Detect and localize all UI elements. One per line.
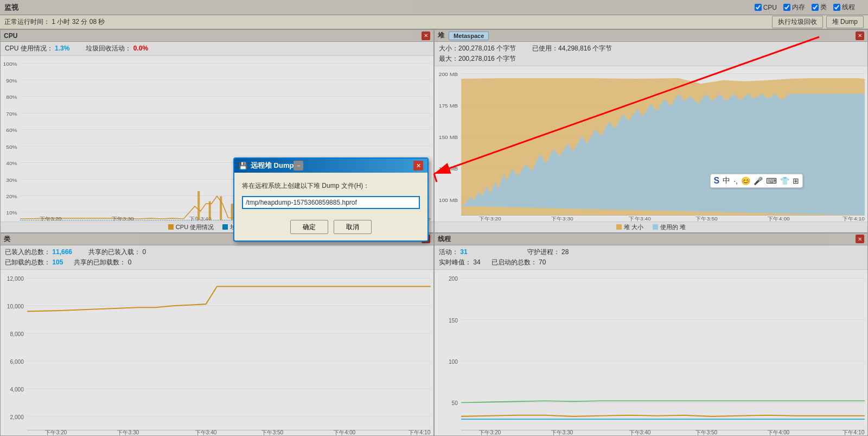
heap-panel-header: 堆 Metaspace ✕	[435, 30, 867, 42]
svg-text:90%: 90%	[6, 78, 17, 83]
checkbox-threads[interactable]	[833, 4, 840, 11]
svg-text:下午3:40: 下午3:40	[189, 216, 212, 221]
checkbox-memory-label[interactable]: 内存	[783, 3, 805, 12]
svg-text:8,000: 8,000	[10, 331, 24, 337]
uptime-value: 1 小时 32 分 08 秒	[52, 18, 105, 26]
action-buttons: 执行垃圾回收 堆 Dump	[772, 16, 864, 28]
cpu-usage-value: 1.3%	[55, 45, 69, 52]
svg-text:12,000: 12,000	[7, 276, 24, 282]
checkbox-memory[interactable]	[783, 4, 790, 11]
legend-heap-dot	[616, 224, 622, 230]
svg-text:125 MB: 125 MB	[439, 166, 458, 172]
svg-text:100 MB: 100 MB	[439, 198, 458, 203]
threads-panel-close[interactable]: ✕	[856, 235, 864, 243]
checkbox-threads-label[interactable]: 线程	[833, 3, 855, 12]
svg-text:下午3:20: 下午3:20	[45, 429, 67, 435]
svg-text:下午3:40: 下午3:40	[195, 429, 217, 435]
heap-dump-dialog: 💾 远程堆 Dump − ✕ 将在远程系统上创建以下堆 Dump 文件(H)： …	[233, 157, 429, 242]
dialog-minimize-button[interactable]: −	[293, 161, 303, 170]
svg-text:10%: 10%	[6, 210, 17, 216]
heap-panel-info: 大小：200,278,016 个字节 已使用：44,298,816 个字节 最大…	[435, 42, 867, 66]
monitor-checkboxes: CPU 内存 类 线程	[755, 3, 855, 12]
svg-text:200 MB: 200 MB	[439, 72, 458, 77]
classes-chart-area: 12,000 10,000 8,000 6,000 4,000 2,000 下午…	[1, 270, 433, 436]
svg-text:150: 150	[449, 317, 458, 323]
threads-chart: 200 150 100 50 下午3:20 下午3:30 下午3:40	[435, 270, 867, 436]
checkbox-classes-label[interactable]: 类	[812, 3, 827, 12]
heap-chart: 200 MB 175 MB 150 MB 125 MB 100 MB 下午3:2…	[435, 66, 867, 222]
svg-text:100: 100	[449, 359, 458, 365]
cpu-panel-header: CPU ✕	[1, 30, 433, 42]
svg-text:下午3:20: 下午3:20	[40, 216, 62, 221]
svg-text:下午4:00: 下午4:00	[334, 429, 355, 435]
svg-rect-29	[209, 201, 211, 220]
svg-text:6,000: 6,000	[10, 359, 24, 365]
uptime-display: 正常运行时间： 1 小时 32 分 08 秒	[4, 17, 105, 27]
svg-text:下午3:30: 下午3:30	[551, 216, 574, 221]
svg-text:20%: 20%	[6, 194, 17, 199]
svg-text:下午3:20: 下午3:20	[479, 216, 502, 221]
svg-text:下午4:10: 下午4:10	[843, 429, 864, 435]
checkbox-cpu-label[interactable]: CPU	[755, 4, 777, 11]
svg-text:下午3:20: 下午3:20	[479, 429, 501, 435]
legend-cpu-usage: CPU 使用情况	[168, 223, 214, 231]
uptime-label: 正常运行时间：	[4, 18, 50, 26]
svg-text:50%: 50%	[6, 144, 17, 149]
dialog-cancel-button[interactable]: 取消	[334, 220, 372, 234]
ime-toolbar[interactable]: S 中 ·, 😊 🎤 ⌨ 👕 ⊞	[710, 174, 803, 188]
svg-rect-30	[220, 196, 222, 220]
ime-chinese-icon[interactable]: 中	[723, 176, 730, 186]
ime-emoji-icon[interactable]: 😊	[741, 176, 750, 185]
heap-dump-button[interactable]: 堆 Dump	[826, 16, 864, 28]
metaspace-tab[interactable]: Metaspace	[449, 31, 489, 40]
svg-rect-53	[1, 270, 433, 436]
main-grid: CPU ✕ CPU 使用情况： 1.3% 垃圾回收活动： 0.0% 100% 9…	[0, 29, 868, 436]
ime-dot-icon[interactable]: ·,	[733, 176, 738, 185]
classes-panel-title: 类	[4, 235, 10, 244]
ime-keyboard-icon[interactable]: ⌨	[766, 176, 777, 185]
dialog-close-button[interactable]: ✕	[413, 161, 423, 170]
svg-text:10,000: 10,000	[7, 304, 24, 309]
heap-legend: 堆 大小 使用的 堆	[435, 222, 867, 232]
dialog-ok-button[interactable]: 确定	[290, 220, 328, 234]
dialog-icon: 💾	[239, 162, 247, 170]
legend-cpu-dot	[168, 224, 174, 230]
classes-chart: 12,000 10,000 8,000 6,000 4,000 2,000 下午…	[1, 270, 433, 436]
svg-text:下午4:00: 下午4:00	[768, 216, 790, 221]
svg-text:下午3:30: 下午3:30	[117, 429, 139, 435]
app-title: 监视	[4, 3, 18, 12]
heap-chart-area: 200 MB 175 MB 150 MB 125 MB 100 MB 下午3:2…	[435, 66, 867, 222]
gc-activity-label: 垃圾回收活动： 0.0%	[86, 44, 148, 53]
svg-text:下午3:50: 下午3:50	[695, 216, 718, 221]
classes-panel: 类 ✕ 已装入的总数： 11,666 共享的已装入载： 0 已卸载的总数： 10…	[0, 233, 434, 437]
svg-text:下午4:00: 下午4:00	[768, 429, 789, 435]
svg-text:下午4:10: 下午4:10	[843, 216, 865, 221]
dialog-titlebar: 💾 远程堆 Dump − ✕	[234, 159, 427, 173]
heap-panel: 堆 Metaspace ✕ 大小：200,278,016 个字节 已使用：44,…	[434, 29, 868, 233]
dialog-footer: 确定 取消	[234, 216, 427, 241]
checkbox-cpu[interactable]	[755, 4, 762, 11]
svg-text:80%: 80%	[6, 94, 17, 100]
svg-rect-73	[435, 270, 867, 436]
svg-text:下午3:50: 下午3:50	[261, 429, 283, 435]
statusbar: 正常运行时间： 1 小时 32 分 08 秒 执行垃圾回收 堆 Dump	[0, 15, 868, 29]
svg-text:175 MB: 175 MB	[439, 103, 458, 109]
svg-text:150 MB: 150 MB	[439, 135, 458, 140]
gc-button[interactable]: 执行垃圾回收	[772, 16, 823, 28]
topbar: 监视 CPU 内存 类 线程	[0, 0, 868, 15]
svg-text:下午4:10: 下午4:10	[409, 429, 430, 435]
svg-text:70%: 70%	[6, 111, 17, 116]
threads-panel-title: 线程	[438, 235, 451, 244]
checkbox-classes[interactable]	[812, 4, 819, 11]
heap-panel-close[interactable]: ✕	[856, 31, 864, 40]
ime-mic-icon[interactable]: 🎤	[754, 176, 763, 185]
ime-grid-icon[interactable]: ⊞	[793, 176, 799, 185]
cpu-panel-info: CPU 使用情况： 1.3% 垃圾回收活动： 0.0%	[1, 42, 433, 56]
ime-shirt-icon[interactable]: 👕	[780, 176, 789, 185]
svg-text:50: 50	[452, 400, 458, 406]
heap-dump-path-input[interactable]	[242, 196, 420, 209]
cpu-panel-close[interactable]: ✕	[422, 31, 430, 40]
heap-panel-title: 堆	[438, 31, 444, 40]
threads-panel: 线程 ✕ 活动： 31 守护进程： 28 实时峰值： 34 已启动的总数： 70	[434, 233, 868, 437]
dialog-prompt: 将在远程系统上创建以下堆 Dump 文件(H)：	[242, 181, 420, 191]
